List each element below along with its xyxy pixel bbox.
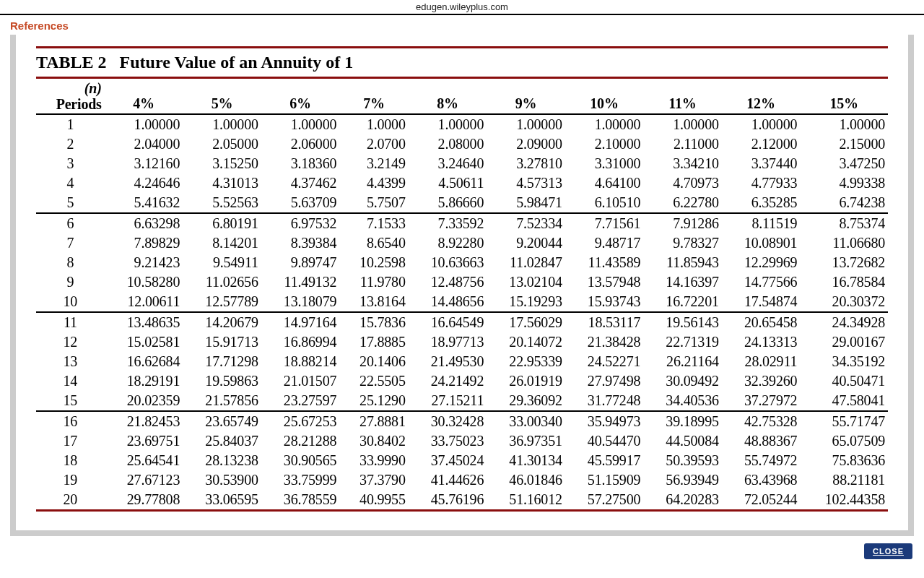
- value-cell: 2.09000: [487, 134, 565, 154]
- references-link[interactable]: References: [0, 15, 924, 35]
- rate-header: 6%: [261, 79, 340, 114]
- value-cell: 45.76196: [409, 490, 487, 509]
- value-cell: 47.58041: [800, 391, 888, 410]
- value-cell: 21.82453: [105, 411, 183, 431]
- period-cell: 18: [36, 451, 105, 470]
- value-cell: 55.74972: [722, 451, 801, 470]
- value-cell: 6.10510: [565, 193, 644, 212]
- value-cell: 33.06595: [183, 490, 261, 509]
- table-row: 910.5828011.0265611.4913211.978012.48756…: [36, 272, 888, 292]
- table-row: 1012.0061112.5778913.1807913.816414.4865…: [36, 292, 888, 311]
- value-cell: 20.65458: [722, 312, 801, 332]
- value-cell: 16.72201: [643, 292, 722, 311]
- value-cell: 7.71561: [565, 213, 644, 233]
- value-cell: 15.7836: [339, 312, 408, 332]
- value-cell: 64.20283: [643, 490, 722, 509]
- value-cell: 40.54470: [565, 431, 644, 451]
- value-cell: 8.14201: [183, 233, 261, 253]
- value-cell: 2.06000: [261, 134, 340, 154]
- value-cell: 10.63663: [409, 253, 487, 272]
- table-row: 89.214239.549119.8974710.259810.6366311.…: [36, 253, 888, 272]
- value-cell: 15.91713: [183, 332, 261, 352]
- value-cell: 12.57789: [183, 292, 261, 311]
- value-cell: 9.89747: [261, 253, 340, 272]
- period-cell: 14: [36, 371, 105, 391]
- value-cell: 34.40536: [643, 391, 722, 410]
- value-cell: 3.37440: [722, 154, 801, 173]
- value-cell: 3.34210: [643, 154, 722, 173]
- value-cell: 13.02104: [487, 272, 565, 292]
- value-cell: 39.18995: [643, 411, 722, 431]
- value-cell: 2.10000: [565, 134, 644, 154]
- periods-header: (n) Periods: [36, 79, 105, 114]
- value-cell: 10.2598: [339, 253, 408, 272]
- value-cell: 11.02656: [183, 272, 261, 292]
- value-cell: 30.53900: [183, 470, 261, 490]
- value-cell: 9.20044: [487, 233, 565, 253]
- value-cell: 3.12160: [105, 154, 183, 173]
- value-cell: 75.83636: [800, 451, 888, 470]
- value-cell: 41.44626: [409, 470, 487, 490]
- value-cell: 41.30134: [487, 451, 565, 470]
- value-cell: 1.00000: [643, 114, 722, 134]
- value-cell: 4.37462: [261, 173, 340, 193]
- value-cell: 8.39384: [261, 233, 340, 253]
- value-cell: 13.72682: [800, 253, 888, 272]
- value-cell: 1.00000: [183, 114, 261, 134]
- value-cell: 6.63298: [105, 213, 183, 233]
- value-cell: 51.16012: [487, 490, 565, 509]
- value-cell: 55.71747: [800, 411, 888, 431]
- value-cell: 20.02359: [105, 391, 183, 410]
- value-cell: 1.00000: [800, 114, 888, 134]
- value-cell: 18.53117: [565, 312, 644, 332]
- value-cell: 7.89829: [105, 233, 183, 253]
- value-cell: 2.15000: [800, 134, 888, 154]
- value-cell: 24.21492: [409, 371, 487, 391]
- value-cell: 20.30372: [800, 292, 888, 311]
- value-cell: 11.02847: [487, 253, 565, 272]
- value-cell: 45.59917: [565, 451, 644, 470]
- value-cell: 46.01846: [487, 470, 565, 490]
- value-cell: 26.01919: [487, 371, 565, 391]
- value-cell: 5.7507: [339, 193, 408, 212]
- value-cell: 56.93949: [643, 470, 722, 490]
- value-cell: 19.56143: [643, 312, 722, 332]
- value-cell: 29.77808: [105, 490, 183, 509]
- value-cell: 33.75999: [261, 470, 340, 490]
- period-cell: 15: [36, 391, 105, 410]
- table-row: 55.416325.525635.637095.75075.866605.984…: [36, 193, 888, 212]
- value-cell: 48.88367: [722, 431, 801, 451]
- value-cell: 13.57948: [565, 272, 644, 292]
- value-cell: 33.00340: [487, 411, 565, 431]
- value-cell: 15.93743: [565, 292, 644, 311]
- value-cell: 26.21164: [643, 352, 722, 371]
- value-cell: 16.78584: [800, 272, 888, 292]
- value-cell: 14.77566: [722, 272, 801, 292]
- value-cell: 30.32428: [409, 411, 487, 431]
- value-cell: 28.02911: [722, 352, 801, 371]
- value-cell: 3.27810: [487, 154, 565, 173]
- value-cell: 11.43589: [565, 253, 644, 272]
- value-cell: 23.27597: [261, 391, 340, 410]
- value-cell: 27.15211: [409, 391, 487, 410]
- period-cell: 17: [36, 431, 105, 451]
- value-cell: 4.24646: [105, 173, 183, 193]
- rate-header: 7%: [339, 79, 408, 114]
- value-cell: 8.6540: [339, 233, 408, 253]
- value-cell: 36.78559: [261, 490, 340, 509]
- value-cell: 5.41632: [105, 193, 183, 212]
- value-cell: 24.13313: [722, 332, 801, 352]
- value-cell: 34.35192: [800, 352, 888, 371]
- value-cell: 33.9990: [339, 451, 408, 470]
- value-cell: 33.75023: [409, 431, 487, 451]
- value-cell: 37.27972: [722, 391, 801, 410]
- value-cell: 4.64100: [565, 173, 644, 193]
- value-cell: 28.21288: [261, 431, 340, 451]
- value-cell: 14.48656: [409, 292, 487, 311]
- value-cell: 29.36092: [487, 391, 565, 410]
- value-cell: 1.00000: [261, 114, 340, 134]
- value-cell: 18.29191: [105, 371, 183, 391]
- value-cell: 14.16397: [643, 272, 722, 292]
- close-button[interactable]: CLOSE: [864, 543, 912, 559]
- value-cell: 8.75374: [800, 213, 888, 233]
